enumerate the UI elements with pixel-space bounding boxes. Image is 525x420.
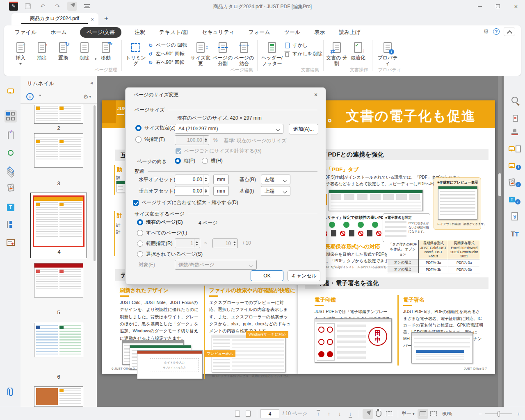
add-page-button[interactable]: + (26, 93, 34, 100)
fit-width-button[interactable] (418, 409, 428, 419)
size-select[interactable]: A4 (210×297 mm) (175, 124, 283, 134)
current-page-radio[interactable] (137, 219, 143, 225)
optimize-button[interactable]: ✔↓ 最適化 (347, 39, 369, 61)
basis-i-select[interactable]: 上端 (261, 186, 290, 196)
page-number-input[interactable] (260, 409, 279, 418)
thumbnail-page-7[interactable] (34, 386, 83, 407)
destinations-panel-button[interactable] (5, 147, 17, 159)
menu-readaloud[interactable]: 読み上げ (338, 27, 361, 37)
collapse-ribbon-button[interactable] (504, 27, 515, 36)
delete-button[interactable]: 削除 (74, 39, 95, 61)
rotate-right-button[interactable]: ↻右へ90° 回転 (147, 59, 189, 66)
thumbnail-page-6[interactable] (34, 323, 83, 357)
tag-info-button[interactable]: i (509, 176, 521, 188)
thumbnails-panel-button[interactable] (5, 110, 17, 123)
properties-button[interactable]: i プロパティ (375, 39, 400, 67)
v-offset-unit[interactable]: mm (213, 186, 229, 196)
hand-tool-button[interactable] (373, 409, 384, 419)
per-page-checkbox[interactable] (176, 148, 181, 154)
marquee-zoom-button[interactable] (384, 409, 395, 419)
redaction-panel-button[interactable] (509, 112, 521, 124)
maximize-button[interactable] (489, 0, 507, 12)
portrait-radio[interactable] (175, 158, 181, 164)
page-merge-button[interactable]: ページの 結合 (233, 39, 255, 67)
scrollbar-thumb[interactable] (498, 173, 501, 196)
h-offset-input[interactable]: 0.00 (175, 175, 209, 184)
range-radio-row[interactable]: 範囲指定(R) (137, 240, 173, 247)
thumbnail-page-3[interactable] (34, 133, 83, 168)
landscape-radio[interactable] (202, 158, 208, 164)
panel-collapse-icon[interactable]: ◂ (90, 80, 93, 86)
per-page-checkbox-row[interactable]: ページごとにサイズを計算する(G) (176, 148, 261, 154)
range-from-input[interactable]: 1 (175, 238, 200, 248)
h-offset-unit[interactable]: mm (213, 175, 229, 184)
text-info-button[interactable]: Ti (509, 193, 521, 206)
menu-text-figure[interactable]: テキスト/図 (158, 27, 189, 37)
menu-home[interactable]: ホーム (50, 27, 68, 37)
gear-icon[interactable]: ⚙ (484, 28, 489, 35)
help-icon[interactable]: ? (493, 28, 500, 35)
menu-view[interactable]: 表示 (313, 27, 326, 37)
signature-panel-button[interactable] (5, 236, 17, 249)
extract-button[interactable]: → 抽出 (31, 39, 52, 61)
header-footer-button[interactable]: ヘッダー/ フッター (260, 39, 284, 67)
export-panel-button[interactable]: ≫ (509, 210, 521, 222)
structure-panel-button[interactable] (5, 218, 17, 231)
page-split-button[interactable]: ページの 分割 (212, 39, 233, 67)
landscape-radio-row[interactable]: 横(H) (202, 157, 223, 164)
size-radio-row[interactable]: サイズ指定(Z) (135, 125, 176, 132)
stamp-panel-button[interactable] (509, 126, 521, 138)
content-panel-button[interactable]: T (5, 201, 17, 213)
annotations-panel-button[interactable] (5, 85, 17, 97)
rotate-left-button[interactable]: ↺左へ90° 回転 (147, 50, 189, 57)
layers-panel-button[interactable] (5, 164, 17, 177)
percent-radio-row[interactable]: %指定(T) (135, 136, 165, 143)
new-tab-button[interactable]: + (102, 14, 111, 23)
basis-b-select[interactable]: 左端 (261, 175, 290, 184)
trim-button[interactable]: トリミング (124, 39, 147, 67)
selected-pages-radio-row[interactable]: 選択されているページ(S) (137, 251, 203, 258)
cancel-button[interactable]: キャンセル (288, 270, 320, 281)
thumbnail-page-4[interactable] (33, 195, 84, 247)
prev-page-button[interactable]: ↑ (324, 409, 334, 419)
comment-list-button[interactable] (509, 143, 521, 155)
resize-button[interactable]: ↕ サイズ変更 (189, 39, 212, 67)
menu-tools[interactable]: ツール (283, 27, 301, 37)
current-page-radio-row[interactable]: 現在のページ(C) (137, 219, 183, 226)
next-view-button[interactable] (243, 409, 253, 419)
menu-security[interactable]: セキュリティ (201, 27, 235, 37)
bookmarks-panel-button[interactable] (5, 129, 17, 141)
portrait-radio-row[interactable]: 縦(P) (175, 157, 195, 164)
menu-annotation[interactable]: 注釈 (134, 27, 146, 37)
all-pages-radio-row[interactable]: すべてのページ(L) (137, 229, 187, 236)
attachments-panel-button[interactable] (5, 386, 17, 399)
last-page-button[interactable]: ↓ (345, 409, 356, 419)
thumbnail-page-4-selected[interactable]: 4 (30, 193, 87, 258)
dialog-close-button[interactable]: × (312, 91, 320, 99)
zoom-in-button[interactable]: ＋ (516, 410, 521, 418)
view-mode-label[interactable]: 単一 (402, 410, 411, 417)
view-mode-caret-icon[interactable]: ▾ (413, 412, 415, 416)
fit-page-button[interactable] (428, 409, 439, 419)
thumbnail-scrollbar[interactable] (94, 105, 96, 400)
size-radio[interactable] (135, 125, 142, 131)
document-scrollbar[interactable] (498, 76, 502, 407)
menu-form[interactable]: フォーム (248, 27, 271, 37)
scale-checkbox-row[interactable]: ページサイズに合わせて拡大・縮小する(D) (133, 199, 238, 206)
thumbnail-page-5[interactable] (34, 263, 83, 297)
rotate-page-button[interactable]: ↻ページの 回転 (147, 42, 189, 49)
thumbnail-page-2[interactable] (34, 105, 83, 124)
move-button[interactable]: ↷ 移動 (95, 39, 116, 61)
zoom-out-button[interactable]: − (478, 411, 482, 417)
replace-button[interactable]: ↻ 置換 (52, 39, 74, 61)
v-offset-input[interactable]: 0.00 (175, 186, 209, 196)
target-select[interactable]: 偶数/奇数ページ (175, 260, 257, 270)
search-panel-button[interactable] (509, 94, 521, 106)
scale-checkbox[interactable] (133, 200, 139, 206)
text-format-button[interactable]: TT (509, 228, 521, 241)
percent-input[interactable]: 100.00 (175, 135, 209, 145)
thumbnail-options-button[interactable]: ⚙▾ (83, 93, 91, 100)
tab-close-icon[interactable]: × (88, 16, 97, 23)
ok-button[interactable]: OK (251, 270, 283, 281)
tags-panel-button[interactable] (5, 182, 17, 194)
